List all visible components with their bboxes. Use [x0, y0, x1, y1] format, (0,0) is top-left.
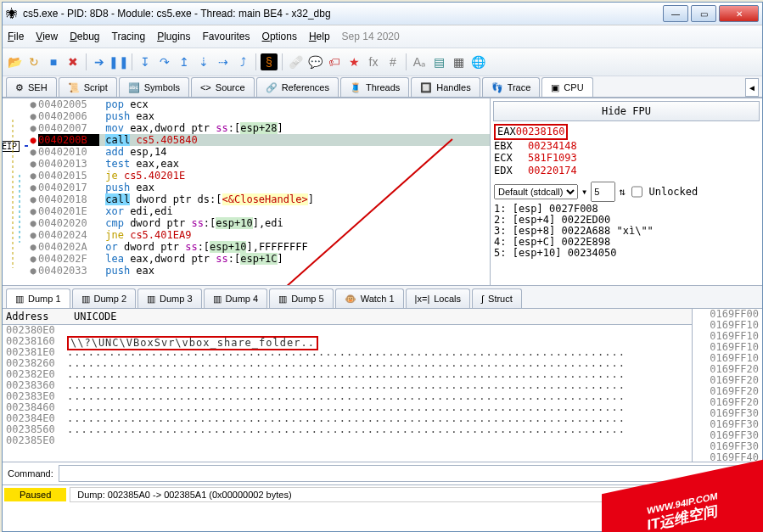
breakpoint-dot[interactable]: ●	[28, 158, 38, 170]
chevron-down-icon[interactable]: ▾	[581, 186, 587, 198]
register-row[interactable]: EBX00234148	[494, 140, 759, 153]
tab-script[interactable]: 📜Script	[59, 77, 117, 97]
hex-dump-pane[interactable]: Address UNICODE 002380E000238160\\?\UNC\…	[3, 309, 693, 462]
tab-threads[interactable]: 🧵Threads	[340, 77, 409, 97]
menu-help[interactable]: Help	[309, 31, 330, 42]
comments-icon[interactable]: 💬	[306, 53, 323, 70]
menu-debug[interactable]: Debug	[70, 31, 99, 42]
side-addr[interactable]: 0169FF40	[693, 452, 762, 462]
settings-icon[interactable]: 🌐	[469, 53, 486, 70]
hide-fpu-button[interactable]: Hide FPU	[493, 101, 760, 121]
tab-symbols[interactable]: 🔤Symbols	[119, 77, 189, 97]
run-icon[interactable]: ➔	[91, 53, 108, 70]
breakpoint-dot[interactable]: ●	[28, 98, 38, 110]
breakpoint-dot[interactable]: ●	[28, 146, 38, 158]
tab-cpu[interactable]: ▣CPU	[541, 77, 592, 97]
side-address-column[interactable]: 0169FF000169FF100169FF100169FF100169FF10…	[693, 309, 762, 462]
trace-into-icon[interactable]: ⇣	[195, 53, 212, 70]
breakpoint-dot[interactable]: ●	[28, 193, 38, 205]
disasm-row[interactable]: ●00402007 mov eax,dword ptr ss:[esp+28]	[28, 122, 490, 134]
dump-tab-2[interactable]: ▥Dump 3	[137, 288, 202, 308]
dump-tab-3[interactable]: ▥Dump 4	[204, 288, 268, 308]
tab-seh[interactable]: ⚙SEH	[6, 77, 57, 97]
disasm-row[interactable]: ●0040201E xor edi,edi	[28, 205, 490, 217]
breakpoint-dot[interactable]: ●	[28, 229, 38, 241]
breakpoint-dot[interactable]: ●	[28, 205, 38, 217]
maximize-button[interactable]: ▭	[691, 5, 716, 22]
calc-icon[interactable]: ▦	[450, 53, 467, 70]
disasm-row[interactable]: ●00402005 pop ecx	[28, 98, 490, 110]
breakpoint-dot[interactable]: ●	[28, 170, 38, 182]
labels-icon[interactable]: 🏷	[326, 53, 343, 70]
hex-row[interactable]: 002385E0	[3, 435, 692, 446]
open-icon[interactable]: 📂	[6, 53, 23, 70]
strings-icon[interactable]: Aₐ	[411, 53, 428, 70]
disasm-row[interactable]: ●0040200B call cs5.405840	[28, 134, 490, 146]
disasm-row[interactable]: ●00402010 add esp,14	[28, 146, 490, 158]
spinner-icon[interactable]: ⇅	[619, 186, 625, 198]
minimize-button[interactable]: —	[663, 5, 688, 22]
breakpoint-dot[interactable]: ●	[28, 241, 38, 253]
breakpoint-dot[interactable]: ●	[28, 253, 38, 265]
disasm-row[interactable]: ●0040202A or dword ptr ss:[esp+10],FFFFF…	[28, 241, 490, 253]
disasm-row[interactable]: ●00402013 test eax,eax	[28, 158, 490, 170]
disasm-row[interactable]: ●00402017 push eax	[28, 182, 490, 193]
disasm-row[interactable]: ●00402020 cmp dword ptr ss:[esp+10],edi	[28, 217, 490, 229]
tab-references[interactable]: 🔗References	[256, 77, 339, 97]
step-over-icon[interactable]: ↷	[156, 53, 173, 70]
variables-icon[interactable]: #	[384, 53, 401, 70]
pause-icon[interactable]: ❚❚	[110, 53, 127, 70]
step-out-icon[interactable]: ↥	[176, 53, 193, 70]
menu-tracing[interactable]: Tracing	[112, 31, 146, 42]
disasm-row[interactable]: ●00402018 call dword ptr ds:[<&CloseHand…	[28, 193, 490, 205]
trace-over-icon[interactable]: ⇢	[215, 53, 232, 70]
disasm-row[interactable]: ●0040202F lea eax,dword ptr ss:[esp+1C]	[28, 253, 490, 265]
dump-tab-4[interactable]: ▥Dump 5	[269, 288, 334, 308]
tab-scroll-left[interactable]: ◄	[745, 78, 759, 97]
functions-icon[interactable]: fx	[365, 53, 382, 70]
disasm-row[interactable]: ●00402033 push eax	[28, 265, 490, 277]
menu-plugins[interactable]: Plugins	[157, 31, 190, 42]
menu-file[interactable]: File	[8, 31, 24, 42]
stack-view[interactable]: 1: [esp] 0027F0082: [esp+4] 0022ED003: […	[494, 204, 759, 259]
register-row[interactable]: ECX581F1093	[494, 152, 759, 165]
breakpoint-dot[interactable]: ●	[28, 217, 38, 229]
memory-icon[interactable]: ▤	[430, 53, 447, 70]
dump-tab-7[interactable]: ∫Struct	[472, 288, 522, 308]
unlocked-checkbox[interactable]	[631, 184, 642, 199]
dump-tab-0[interactable]: ▥Dump 1	[6, 288, 70, 308]
dump-tab-5[interactable]: 🐵Watch 1	[335, 288, 404, 308]
hex-row[interactable]: 002380E0	[3, 325, 692, 336]
disasm-row[interactable]: ●00402006 push eax	[28, 110, 490, 122]
dump-tab-1[interactable]: ▥Dump 2	[72, 288, 137, 308]
restart-icon[interactable]: ↻	[25, 53, 42, 70]
scylla-icon[interactable]: §	[261, 53, 278, 70]
close-button[interactable]: ✕	[719, 5, 759, 22]
close-file-icon[interactable]: ✖	[65, 53, 81, 70]
tab-source[interactable]: <>Source	[191, 77, 255, 97]
dump-tab-6[interactable]: |x=|Locals	[406, 288, 470, 308]
command-input[interactable]	[59, 465, 757, 482]
menu-options[interactable]: Options	[262, 31, 297, 42]
tab-handles[interactable]: 🔲Handles	[411, 77, 480, 97]
ret-icon[interactable]: ⤴	[234, 53, 251, 70]
menu-favourites[interactable]: Favourites	[203, 31, 250, 42]
breakpoint-dot[interactable]: ●	[28, 122, 38, 134]
arg-count-input[interactable]	[591, 182, 615, 202]
step-into-icon[interactable]: ↧	[137, 53, 154, 70]
hex-row[interactable]: 00238560................................…	[3, 424, 692, 435]
calling-convention-select[interactable]: Default (stdcall)	[494, 184, 578, 199]
breakpoint-dot[interactable]: ●	[28, 110, 38, 122]
patches-icon[interactable]: 🩹	[287, 53, 304, 70]
breakpoint-dot[interactable]: ●	[28, 265, 38, 277]
tab-trace[interactable]: 👣Trace	[482, 77, 541, 97]
disasm-row[interactable]: ●00402024 jne cs5.401EA9	[28, 229, 490, 241]
register-row[interactable]: EAX00238160	[494, 124, 759, 140]
disassembly-pane[interactable]: EIP ●00402005 pop ecx●00402006 push eax●…	[3, 98, 491, 285]
stop-icon[interactable]: ■	[45, 53, 62, 70]
menu-view[interactable]: View	[36, 31, 58, 42]
bookmarks-icon[interactable]: ★	[345, 53, 362, 70]
disasm-row[interactable]: ●00402015 je cs5.40201E	[28, 170, 490, 182]
registers-pane[interactable]: Hide FPU EAX00238160EBX00234148ECX581F10…	[491, 98, 762, 285]
breakpoint-dot[interactable]: ●	[28, 182, 38, 193]
